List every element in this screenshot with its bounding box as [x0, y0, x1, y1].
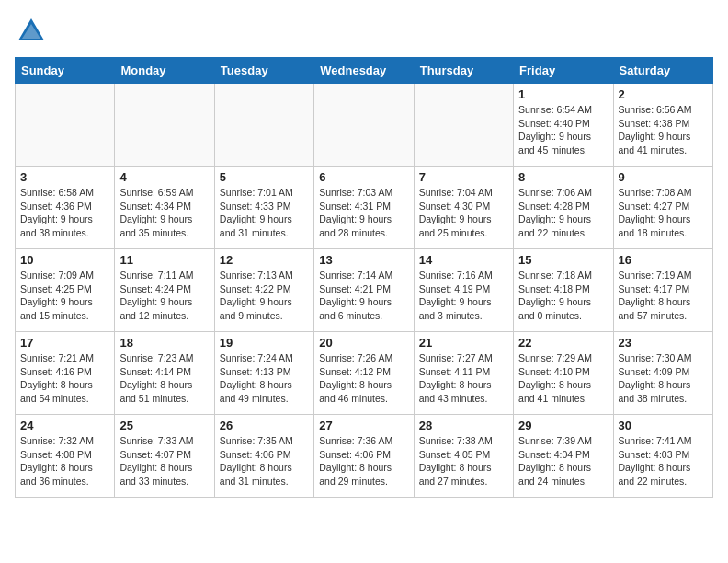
- calendar-cell: 18Sunrise: 7:23 AM Sunset: 4:14 PM Dayli…: [115, 332, 214, 415]
- calendar-cell: 6Sunrise: 7:03 AM Sunset: 4:31 PM Daylig…: [314, 167, 414, 249]
- calendar-cell: 11Sunrise: 7:11 AM Sunset: 4:24 PM Dayli…: [115, 249, 214, 332]
- weekday-header-wednesday: Wednesday: [314, 58, 414, 84]
- calendar-cell: 19Sunrise: 7:24 AM Sunset: 4:13 PM Dayli…: [214, 332, 313, 415]
- calendar-cell: 17Sunrise: 7:21 AM Sunset: 4:16 PM Dayli…: [16, 332, 115, 415]
- day-info: Sunrise: 7:33 AM Sunset: 4:07 PM Dayligh…: [119, 434, 209, 488]
- calendar-cell: 22Sunrise: 7:29 AM Sunset: 4:10 PM Dayli…: [514, 332, 613, 415]
- day-info: Sunrise: 7:36 AM Sunset: 4:06 PM Dayligh…: [319, 434, 408, 488]
- day-number: 18: [119, 336, 209, 350]
- day-info: Sunrise: 7:35 AM Sunset: 4:06 PM Dayligh…: [220, 434, 309, 488]
- day-info: Sunrise: 6:56 AM Sunset: 4:38 PM Dayligh…: [619, 103, 708, 157]
- day-info: Sunrise: 7:26 AM Sunset: 4:12 PM Dayligh…: [319, 351, 408, 406]
- day-info: Sunrise: 7:21 AM Sunset: 4:16 PM Dayligh…: [20, 351, 109, 406]
- day-info: Sunrise: 7:11 AM Sunset: 4:24 PM Dayligh…: [119, 269, 209, 323]
- day-info: Sunrise: 7:41 AM Sunset: 4:03 PM Dayligh…: [619, 434, 708, 488]
- calendar-cell: 8Sunrise: 7:06 AM Sunset: 4:28 PM Daylig…: [514, 167, 613, 249]
- calendar-cell: [414, 84, 513, 167]
- weekday-header-saturday: Saturday: [613, 58, 712, 84]
- day-info: Sunrise: 7:18 AM Sunset: 4:18 PM Dayligh…: [518, 269, 608, 323]
- day-number: 27: [319, 419, 408, 432]
- calendar-cell: 13Sunrise: 7:14 AM Sunset: 4:21 PM Dayli…: [314, 249, 414, 332]
- calendar-cell: 20Sunrise: 7:26 AM Sunset: 4:12 PM Dayli…: [314, 332, 414, 415]
- day-info: Sunrise: 6:58 AM Sunset: 4:36 PM Dayligh…: [20, 186, 109, 240]
- day-number: 25: [119, 419, 209, 432]
- weekday-header-tuesday: Tuesday: [214, 58, 313, 84]
- day-number: 8: [518, 170, 608, 184]
- calendar-cell: 15Sunrise: 7:18 AM Sunset: 4:18 PM Dayli…: [514, 249, 613, 332]
- calendar-cell: 2Sunrise: 6:56 AM Sunset: 4:38 PM Daylig…: [613, 84, 712, 167]
- day-info: Sunrise: 6:59 AM Sunset: 4:34 PM Dayligh…: [119, 186, 209, 240]
- day-number: 4: [119, 170, 209, 184]
- day-number: 16: [619, 253, 708, 267]
- day-number: 9: [619, 170, 708, 184]
- day-info: Sunrise: 7:08 AM Sunset: 4:27 PM Dayligh…: [619, 186, 708, 240]
- weekday-header-sunday: Sunday: [16, 58, 115, 84]
- calendar-cell: 1Sunrise: 6:54 AM Sunset: 4:40 PM Daylig…: [514, 84, 613, 167]
- day-info: Sunrise: 7:16 AM Sunset: 4:19 PM Dayligh…: [419, 269, 508, 323]
- day-number: 13: [319, 253, 408, 267]
- week-row-4: 17Sunrise: 7:21 AM Sunset: 4:16 PM Dayli…: [16, 332, 713, 415]
- day-info: Sunrise: 7:30 AM Sunset: 4:09 PM Dayligh…: [619, 351, 708, 406]
- week-row-2: 3Sunrise: 6:58 AM Sunset: 4:36 PM Daylig…: [16, 167, 713, 249]
- calendar-cell: [214, 84, 313, 167]
- calendar-cell: 12Sunrise: 7:13 AM Sunset: 4:22 PM Dayli…: [214, 249, 313, 332]
- day-number: 14: [419, 253, 508, 267]
- day-number: 26: [220, 419, 309, 432]
- calendar-cell: [314, 84, 414, 167]
- header: [15, 15, 713, 48]
- logo: [15, 15, 51, 48]
- calendar-cell: 10Sunrise: 7:09 AM Sunset: 4:25 PM Dayli…: [16, 249, 115, 332]
- day-info: Sunrise: 7:04 AM Sunset: 4:30 PM Dayligh…: [419, 186, 508, 240]
- week-row-3: 10Sunrise: 7:09 AM Sunset: 4:25 PM Dayli…: [16, 249, 713, 332]
- day-info: Sunrise: 7:14 AM Sunset: 4:21 PM Dayligh…: [319, 269, 408, 323]
- calendar-cell: 25Sunrise: 7:33 AM Sunset: 4:07 PM Dayli…: [115, 415, 214, 498]
- day-info: Sunrise: 7:13 AM Sunset: 4:22 PM Dayligh…: [220, 269, 309, 323]
- day-number: 3: [20, 170, 109, 184]
- calendar-cell: 27Sunrise: 7:36 AM Sunset: 4:06 PM Dayli…: [314, 415, 414, 498]
- day-number: 1: [518, 87, 608, 101]
- calendar-cell: 28Sunrise: 7:38 AM Sunset: 4:05 PM Dayli…: [414, 415, 513, 498]
- day-info: Sunrise: 7:23 AM Sunset: 4:14 PM Dayligh…: [119, 351, 209, 406]
- weekday-header-friday: Friday: [514, 58, 613, 84]
- day-number: 12: [220, 253, 309, 267]
- calendar-cell: 30Sunrise: 7:41 AM Sunset: 4:03 PM Dayli…: [613, 415, 712, 498]
- day-info: Sunrise: 7:19 AM Sunset: 4:17 PM Dayligh…: [619, 269, 708, 323]
- day-number: 19: [220, 336, 309, 350]
- calendar-cell: 21Sunrise: 7:27 AM Sunset: 4:11 PM Dayli…: [414, 332, 513, 415]
- day-number: 6: [319, 170, 408, 184]
- calendar-cell: 9Sunrise: 7:08 AM Sunset: 4:27 PM Daylig…: [613, 167, 712, 249]
- calendar-cell: 24Sunrise: 7:32 AM Sunset: 4:08 PM Dayli…: [16, 415, 115, 498]
- weekday-header-thursday: Thursday: [414, 58, 513, 84]
- calendar-cell: 23Sunrise: 7:30 AM Sunset: 4:09 PM Dayli…: [613, 332, 712, 415]
- day-number: 30: [619, 419, 708, 432]
- calendar-cell: [16, 84, 115, 167]
- day-number: 2: [619, 87, 708, 101]
- calendar-cell: 16Sunrise: 7:19 AM Sunset: 4:17 PM Dayli…: [613, 249, 712, 332]
- week-row-1: 1Sunrise: 6:54 AM Sunset: 4:40 PM Daylig…: [16, 84, 713, 167]
- day-info: Sunrise: 7:03 AM Sunset: 4:31 PM Dayligh…: [319, 186, 408, 240]
- day-number: 28: [419, 419, 508, 432]
- calendar-cell: 7Sunrise: 7:04 AM Sunset: 4:30 PM Daylig…: [414, 167, 513, 249]
- day-info: Sunrise: 7:01 AM Sunset: 4:33 PM Dayligh…: [220, 186, 309, 240]
- weekday-header-monday: Monday: [115, 58, 214, 84]
- day-info: Sunrise: 7:32 AM Sunset: 4:08 PM Dayligh…: [20, 434, 109, 488]
- day-number: 22: [518, 336, 608, 350]
- calendar-cell: 29Sunrise: 7:39 AM Sunset: 4:04 PM Dayli…: [514, 415, 613, 498]
- calendar-cell: 14Sunrise: 7:16 AM Sunset: 4:19 PM Dayli…: [414, 249, 513, 332]
- day-number: 11: [119, 253, 209, 267]
- day-info: Sunrise: 7:38 AM Sunset: 4:05 PM Dayligh…: [419, 434, 508, 488]
- day-info: Sunrise: 7:09 AM Sunset: 4:25 PM Dayligh…: [20, 269, 109, 323]
- day-info: Sunrise: 7:27 AM Sunset: 4:11 PM Dayligh…: [419, 351, 508, 406]
- week-row-5: 24Sunrise: 7:32 AM Sunset: 4:08 PM Dayli…: [16, 415, 713, 498]
- day-number: 17: [20, 336, 109, 350]
- logo-icon: [15, 15, 48, 48]
- day-info: Sunrise: 7:24 AM Sunset: 4:13 PM Dayligh…: [220, 351, 309, 406]
- calendar: SundayMondayTuesdayWednesdayThursdayFrid…: [15, 57, 713, 498]
- day-number: 29: [518, 419, 608, 432]
- day-number: 23: [619, 336, 708, 350]
- day-info: Sunrise: 7:29 AM Sunset: 4:10 PM Dayligh…: [518, 351, 608, 406]
- calendar-cell: 5Sunrise: 7:01 AM Sunset: 4:33 PM Daylig…: [214, 167, 313, 249]
- day-number: 20: [319, 336, 408, 350]
- day-number: 24: [20, 419, 109, 432]
- calendar-cell: 4Sunrise: 6:59 AM Sunset: 4:34 PM Daylig…: [115, 167, 214, 249]
